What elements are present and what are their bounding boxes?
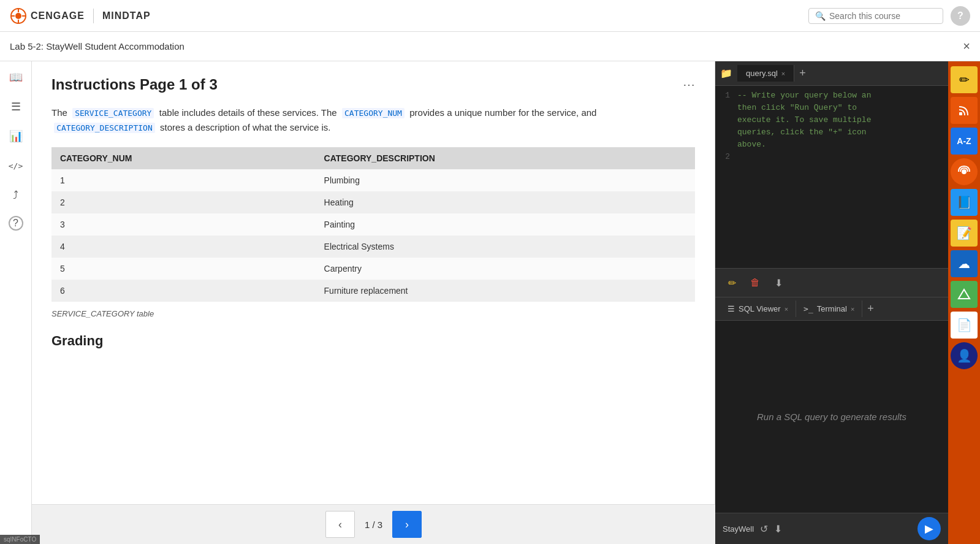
table-cell-num: 1 (51, 169, 316, 191)
file-tab-close-icon[interactable]: × (781, 70, 785, 77)
editor-toolbar: ✏ 🗑 ⬇ (715, 268, 948, 297)
instructions-menu-icon[interactable]: ⋯ (683, 77, 695, 92)
pagination-bar: ‹ 1 / 3 › (32, 504, 715, 544)
instructions-paragraph: The SERVICE_CATEGORY table includes deta… (51, 105, 695, 135)
ebook-icon[interactable]: 📘 (951, 189, 978, 216)
sql-results-area: Run a SQL query to generate results (715, 321, 948, 513)
mindtap-label: MINDTAP (102, 10, 151, 21)
service-category-table: CATEGORY_NUM CATEGORY_DESCRIPTION 1Plumb… (51, 147, 695, 302)
sql-viewer-label: SQL Viewer (739, 304, 781, 313)
svg-point-7 (962, 169, 967, 174)
table-cell-num: 2 (51, 191, 316, 213)
add-bottom-tab-button[interactable]: + (867, 302, 874, 315)
terminal-icon: >_ (803, 304, 813, 313)
search-icon: 🔍 (815, 11, 826, 21)
code-category-num: CATEGORY_NUM (342, 108, 405, 118)
sql-viewer-icon: ☰ (727, 304, 735, 313)
sidebar-item-chart[interactable]: 📊 (7, 128, 25, 145)
table-cell-desc: Plumbing (316, 169, 695, 191)
table-cell-desc: Carpentry (316, 258, 695, 280)
sidebar-item-list[interactable]: ☰ (7, 98, 25, 115)
add-file-tab-button[interactable]: + (799, 67, 806, 80)
table-row: 4Electrical Systems (51, 236, 695, 258)
close-lab-button[interactable]: × (963, 39, 970, 53)
topbar-logo: CENGAGE MINDTAP (10, 7, 151, 25)
table-header-num: CATEGORY_NUM (51, 147, 316, 169)
notes-icon[interactable]: 📝 (951, 220, 978, 247)
svg-point-1 (15, 13, 21, 19)
text-provides: provides a unique number for the service… (409, 107, 596, 118)
table-header-desc: CATEGORY_DESCRIPTION (316, 147, 695, 169)
code-line-1: 1 -- Write your query below an (715, 91, 948, 103)
sidebar-item-help[interactable]: ? (9, 216, 23, 231)
sql-viewer-tab[interactable]: ☰ SQL Viewer × (720, 301, 796, 317)
code-editor-area[interactable]: 1 -- Write your query below an then clic… (715, 86, 948, 268)
user-profile-icon[interactable]: 👤 (951, 342, 978, 369)
database-label: StayWell (723, 524, 754, 534)
query-sql-tab[interactable]: query.sql × (737, 65, 794, 82)
text-stores: stores a description of what the service… (160, 122, 330, 132)
download-db-icon[interactable]: ⬇ (774, 523, 782, 535)
brand-divider (93, 9, 94, 23)
edit-query-button[interactable]: ✏ (723, 274, 741, 292)
code-category-description: CATEGORY_DESCRIPTION (54, 123, 155, 133)
code-line-2: then click "Run Query" to (715, 103, 948, 115)
run-query-button[interactable]: ▶ (917, 517, 941, 540)
document-icon[interactable]: 📄 (951, 312, 978, 339)
prev-page-button[interactable]: ‹ (325, 511, 355, 538)
bottom-icons-group: StayWell ↺ ⬇ (723, 523, 782, 535)
table-cell-desc: Electrical Systems (316, 236, 695, 258)
sql-editor-panel: 📁 query.sql × + 1 -- Write your query be… (715, 61, 948, 544)
code-service-category: SERVICE_CATEGORY (72, 108, 154, 118)
code-line-6: 2 (715, 152, 948, 164)
text-table-includes: table includes details of these services… (159, 107, 337, 118)
svg-marker-8 (959, 289, 970, 299)
code-line-4: queries, click the "+" icon (715, 128, 948, 140)
highlight-tool-icon[interactable]: ✏ (951, 66, 978, 93)
table-cell-desc: Heating (316, 191, 695, 213)
cengage-logo-icon (10, 7, 27, 25)
help-button[interactable]: ? (951, 6, 970, 26)
az-glossary-icon[interactable]: A-Z (951, 128, 978, 155)
terminal-close-icon[interactable]: × (851, 305, 854, 313)
lab-titlebar: Lab 5-2: StayWell Student Accommodation … (0, 32, 980, 61)
code-line-5: above. (715, 140, 948, 152)
table-row: 2Heating (51, 191, 695, 213)
table-cell-desc: Painting (316, 213, 695, 236)
table-row: 1Plumbing (51, 169, 695, 191)
drive-icon[interactable] (951, 281, 978, 308)
folder-icon[interactable]: 📁 (720, 67, 732, 79)
cloud-upload-icon[interactable]: ☁ (951, 250, 978, 277)
topbar-right: 🔍 ? (808, 6, 970, 26)
podcasts-icon[interactable] (951, 158, 978, 185)
search-bar[interactable]: 🔍 (808, 8, 943, 24)
sidebar-item-code[interactable]: </> (7, 157, 25, 174)
next-page-button[interactable]: › (392, 511, 422, 538)
editor-bottom-bar: StayWell ↺ ⬇ ▶ (715, 513, 948, 544)
watermark-label: sqINFoCTO (0, 535, 40, 544)
sidebar-item-share[interactable]: ⤴ (7, 186, 25, 204)
sidebar-item-book[interactable]: 📖 (7, 69, 25, 86)
sql-viewer-close-icon[interactable]: × (784, 305, 788, 313)
cengage-brand-label: CENGAGE (31, 10, 85, 21)
results-placeholder-text: Run a SQL query to generate results (757, 412, 906, 422)
file-tab-label: query.sql (746, 69, 778, 78)
topbar-left: CENGAGE MINDTAP (10, 7, 151, 25)
table-caption: SERVICE_CATEGORY table (51, 309, 695, 318)
history-icon[interactable]: ↺ (760, 523, 768, 535)
lab-title-label: Lab 5-2: StayWell Student Accommodation (10, 41, 184, 52)
table-cell-desc: Furniture replacement (316, 280, 695, 302)
download-query-button[interactable]: ⬇ (769, 274, 788, 292)
bottom-tabs-bar: ☰ SQL Viewer × >_ Terminal × + (715, 297, 948, 321)
table-row: 3Painting (51, 213, 695, 236)
table-row: 6Furniture replacement (51, 280, 695, 302)
instructions-header: Instructions Page 1 of 3 ⋯ (51, 76, 695, 93)
topbar: CENGAGE MINDTAP 🔍 ? (0, 0, 980, 32)
delete-query-button[interactable]: 🗑 (746, 274, 764, 292)
content-panel: Instructions Page 1 of 3 ⋯ The SERVICE_C… (32, 61, 715, 504)
svg-rect-6 (959, 112, 962, 115)
terminal-tab[interactable]: >_ Terminal × (796, 301, 862, 317)
search-input[interactable] (829, 11, 936, 21)
rss-feed-icon[interactable] (951, 97, 978, 124)
left-sidebar: 📖 ☰ 📊 </> ⤴ ? (0, 61, 32, 544)
